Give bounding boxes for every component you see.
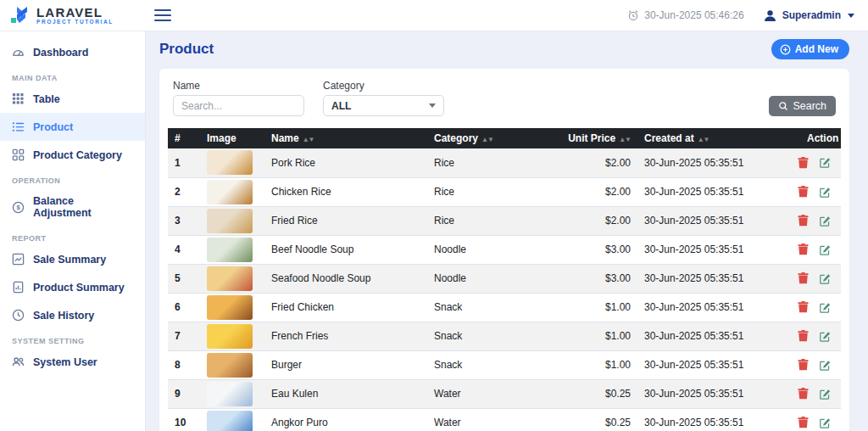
sidebar-item-sale-summary[interactable]: Sale Summary <box>0 245 145 273</box>
unit-price: $1.00 <box>553 322 637 350</box>
unit-price: $0.25 <box>553 408 637 431</box>
product-category: Noodle <box>427 264 553 293</box>
sidebar-item-product[interactable]: Product <box>0 113 145 141</box>
sidebar-item-sale-history[interactable]: Sale History <box>0 301 145 329</box>
created-at: 30-Jun-2025 05:35:51 <box>637 264 800 293</box>
angkor-puro-photo <box>207 411 253 431</box>
product-category: Snack <box>427 293 553 322</box>
name-filter-label: Name <box>173 80 304 92</box>
eau-kulen-photo <box>207 382 253 406</box>
created-at: 30-Jun-2025 05:35:51 <box>637 235 800 264</box>
row-number: 10 <box>168 408 200 431</box>
add-new-button[interactable]: Add New <box>771 39 849 59</box>
users-icon <box>12 355 25 368</box>
column-header-num: # <box>168 128 200 148</box>
column-header-unit-price[interactable]: Unit Price▲▼ <box>553 128 637 148</box>
category-select[interactable]: ALL <box>323 95 444 116</box>
edit-pencil-square-icon <box>820 389 831 400</box>
sidebar-item-balance-adjustment[interactable]: $ Balance Adjustment <box>0 188 145 227</box>
column-header-name[interactable]: Name▲▼ <box>264 128 427 148</box>
table-header-row: #ImageName▲▼Category▲▼Unit Price▲▼Create… <box>168 128 841 148</box>
user-menu[interactable]: Superadmin <box>763 8 854 23</box>
product-name: Fried Chicken <box>264 293 427 322</box>
product-category: Rice <box>427 177 553 206</box>
trash-icon <box>798 243 809 255</box>
trash-icon <box>798 359 809 371</box>
sidebar-item-label: Product Summary <box>33 282 125 294</box>
sidebar-item-table[interactable]: Table <box>0 85 145 113</box>
delete-button[interactable] <box>798 215 809 227</box>
edit-pencil-square-icon <box>820 157 831 168</box>
chart-line-icon <box>12 253 25 266</box>
search-icon <box>778 101 788 111</box>
sidebar-item-label: System User <box>33 356 97 368</box>
product-category: Water <box>427 379 553 408</box>
edit-pencil-square-icon <box>820 216 831 227</box>
person-icon <box>763 8 777 23</box>
sidebar-item-product-category[interactable]: Product Category <box>0 141 145 169</box>
edit-button[interactable] <box>820 215 831 227</box>
edit-button[interactable] <box>820 272 831 284</box>
delete-button[interactable] <box>798 417 809 428</box>
edit-button[interactable] <box>820 157 831 169</box>
table-row: 6 Fried Chicken Snack $1.00 30-Jun-2025 … <box>168 293 841 322</box>
row-number: 5 <box>168 264 200 293</box>
hamburger-icon[interactable] <box>154 6 171 25</box>
edit-button[interactable] <box>820 359 831 371</box>
delete-button[interactable] <box>798 272 809 284</box>
brand-name: LARAVEL <box>36 7 114 19</box>
delete-button[interactable] <box>798 330 809 342</box>
unit-price: $2.00 <box>553 148 637 177</box>
sidebar-item-dashboard[interactable]: Dashboard <box>0 38 145 66</box>
sort-arrows-icon: ▲▼ <box>481 136 493 143</box>
table-grid-icon <box>12 92 25 105</box>
row-number: 9 <box>168 379 200 408</box>
column-header-action: Action <box>800 128 841 148</box>
product-name: French Fries <box>264 322 427 350</box>
unit-price: $3.00 <box>553 235 637 264</box>
created-at: 30-Jun-2025 05:35:51 <box>637 206 800 235</box>
page-title: Product <box>159 41 214 58</box>
delete-button[interactable] <box>798 388 809 400</box>
chicken-rice-photo <box>207 180 253 204</box>
product-name: Chicken Rice <box>264 177 427 206</box>
product-name: Seafood Noodle Soup <box>264 264 427 293</box>
row-number: 2 <box>168 177 200 206</box>
column-header-category[interactable]: Category▲▼ <box>427 128 553 148</box>
brand-logo[interactable]: LARAVEL PROJECT TUTORIAL <box>0 5 146 25</box>
topbar: LARAVEL PROJECT TUTORIAL 30-Jun-2025 05:… <box>0 0 868 31</box>
edit-button[interactable] <box>820 186 831 198</box>
delete-button[interactable] <box>798 157 809 169</box>
sidebar-item-product-summary[interactable]: Product Summary <box>0 273 145 301</box>
clock-icon <box>12 309 25 322</box>
fried-rice-photo <box>207 209 253 233</box>
delete-button[interactable] <box>798 301 809 313</box>
delete-button[interactable] <box>798 186 809 198</box>
main-content: Product Add New Name Category ALL <box>146 31 868 431</box>
unit-price: $2.00 <box>553 177 637 206</box>
fried-chicken-photo <box>207 295 253 320</box>
sort-arrows-icon: ▲▼ <box>698 136 709 143</box>
edit-button[interactable] <box>820 330 831 342</box>
edit-button[interactable] <box>820 388 831 400</box>
delete-button[interactable] <box>798 359 809 371</box>
sort-arrows-icon: ▲▼ <box>619 136 631 143</box>
name-search-input[interactable] <box>173 95 304 116</box>
sidebar-item-label: Table <box>33 93 60 105</box>
seafood-noodle-photo <box>207 266 253 291</box>
search-button[interactable]: Search <box>769 96 836 116</box>
table-row: 2 Chicken Rice Rice $2.00 30-Jun-2025 05… <box>168 177 841 206</box>
edit-button[interactable] <box>820 417 831 428</box>
table-body: 1 Pork Rice Rice $2.00 30-Jun-2025 05:35… <box>168 148 841 431</box>
sidebar-item-system-user[interactable]: System User <box>0 348 145 376</box>
column-header-created-at[interactable]: Created at▲▼ <box>637 128 800 148</box>
edit-pencil-square-icon <box>820 331 831 342</box>
edit-button[interactable] <box>820 243 831 255</box>
delete-button[interactable] <box>798 243 809 255</box>
doc-chart-icon <box>12 281 25 294</box>
edit-button[interactable] <box>820 301 831 313</box>
unit-price: $3.00 <box>553 264 637 293</box>
plus-circle-icon <box>780 44 791 55</box>
sidebar-item-label: Sale History <box>33 310 94 322</box>
datetime-display: 30-Jun-2025 05:46:26 <box>627 9 743 21</box>
